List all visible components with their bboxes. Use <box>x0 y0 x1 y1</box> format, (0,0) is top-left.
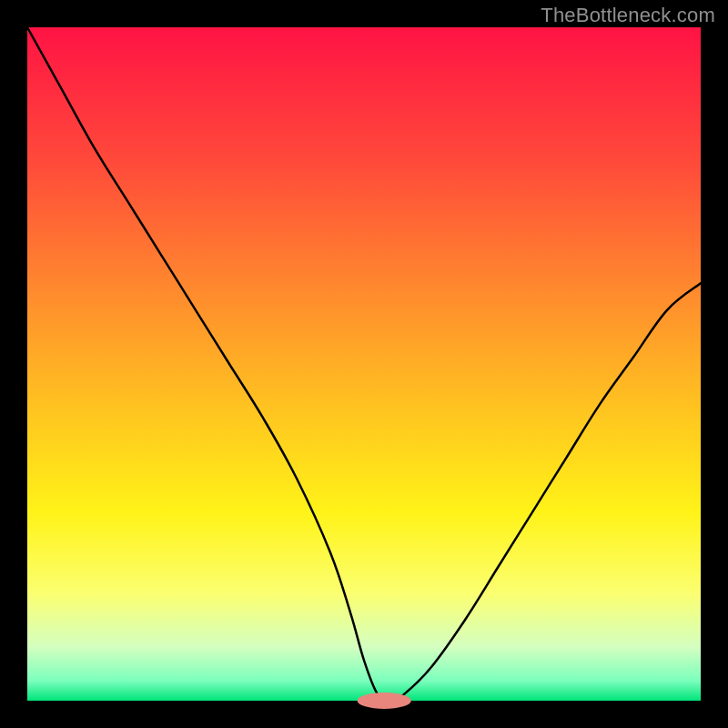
sweet-spot-marker <box>358 693 411 709</box>
bottleneck-chart <box>0 0 728 728</box>
chart-container: TheBottleneck.com <box>0 0 728 728</box>
plot-area <box>27 27 701 701</box>
attribution-text: TheBottleneck.com <box>541 4 715 27</box>
